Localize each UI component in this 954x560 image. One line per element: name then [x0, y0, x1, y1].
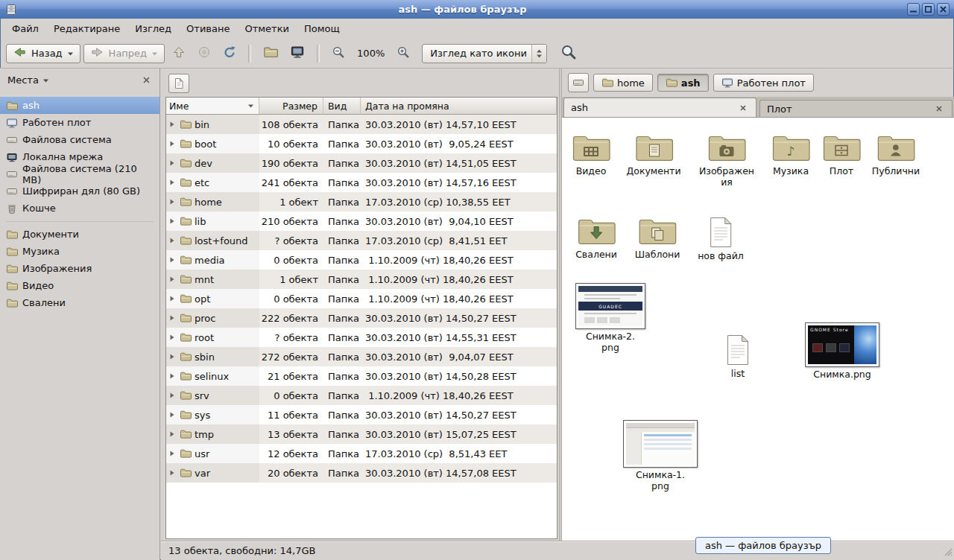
- expander-icon[interactable]: [169, 469, 177, 477]
- icon-item[interactable]: Шаблони: [635, 216, 680, 261]
- table-row[interactable]: boot10 обектаПапка30.03.2010 (вт) 9,05,2…: [166, 134, 557, 153]
- back-button[interactable]: Назад: [6, 44, 80, 63]
- table-row[interactable]: srv0 обектаПапка 1.10.2009 (чт) 18,40,26…: [166, 386, 557, 405]
- sidebar-item[interactable]: Шифриран дял (80 GB): [0, 182, 159, 200]
- table-row[interactable]: opt0 обектаПапка 1.10.2009 (чт) 18,40,26…: [166, 289, 557, 308]
- expander-icon[interactable]: [169, 198, 177, 206]
- expander-icon[interactable]: [169, 372, 177, 380]
- sidebar-item[interactable]: Видео: [0, 277, 159, 294]
- expander-icon[interactable]: [169, 314, 177, 322]
- icon-item[interactable]: нов файл: [698, 216, 744, 262]
- table-row[interactable]: usr12 обектаПапка17.03.2010 (ср) 8,51,43…: [166, 444, 557, 463]
- sidebar-item[interactable]: Документи: [0, 226, 159, 243]
- menu-item-3[interactable]: Отиване: [179, 20, 237, 37]
- icon-item[interactable]: Свалени: [575, 216, 617, 261]
- home-button[interactable]: [259, 44, 282, 63]
- tab-close-button[interactable]: [933, 103, 945, 115]
- path-button[interactable]: home: [593, 74, 653, 92]
- table-row[interactable]: lost+found? обектаПапка17.03.2010 (ср) 8…: [166, 231, 557, 250]
- sidebar-item[interactable]: Изображения: [0, 260, 159, 277]
- column-header[interactable]: Вид: [323, 98, 361, 115]
- tab[interactable]: ash: [563, 98, 756, 117]
- tab-close-button[interactable]: [737, 102, 749, 114]
- forward-button[interactable]: Напред: [83, 44, 165, 63]
- zoom-in-button[interactable]: [392, 44, 414, 63]
- table-row[interactable]: proc222 обектаПапка30.03.2010 (вт) 14,50…: [166, 308, 557, 328]
- tab[interactable]: Плот: [759, 100, 953, 117]
- reload-button[interactable]: [218, 44, 241, 63]
- table-row[interactable]: selinux21 обектаПапка30.03.2010 (вт) 14,…: [166, 366, 557, 386]
- spinner-arrows-icon[interactable]: [531, 45, 546, 63]
- computer-button[interactable]: [285, 44, 309, 63]
- icon-item[interactable]: Видео: [571, 133, 611, 177]
- zoom-out-button[interactable]: [327, 44, 350, 63]
- expander-icon[interactable]: [169, 334, 177, 341]
- icon-item[interactable]: Документи: [626, 133, 680, 177]
- table-row[interactable]: dev190 обектаПапка30.03.2010 (вт) 14,51,…: [166, 153, 557, 173]
- expander-icon[interactable]: [169, 276, 177, 283]
- expander-icon[interactable]: [169, 121, 177, 128]
- expander-icon[interactable]: [169, 217, 177, 225]
- sidebar-item[interactable]: Работен плот: [0, 114, 159, 131]
- sidebar-item[interactable]: Кошче: [0, 200, 159, 217]
- menu-item-4[interactable]: Отметки: [237, 20, 296, 37]
- icon-item[interactable]: Снимка-1. png: [623, 420, 698, 492]
- back-history-chevron-icon[interactable]: [67, 48, 74, 59]
- expander-icon[interactable]: [169, 140, 177, 147]
- minimize-button[interactable]: [907, 3, 920, 16]
- icon-item[interactable]: GUADECСнимка-2. png: [575, 283, 645, 354]
- sidebar-item[interactable]: ash: [0, 97, 159, 114]
- table-row[interactable]: media0 обектаПапка 1.10.2009 (чт) 18,40,…: [166, 250, 557, 270]
- menu-item-5[interactable]: Помощ: [297, 20, 347, 37]
- stop-button[interactable]: [193, 44, 215, 63]
- menu-item-1[interactable]: Редактиране: [46, 20, 127, 37]
- table-row[interactable]: etc241 обектаПапка30.03.2010 (вт) 14,57,…: [166, 173, 557, 192]
- view-mode-select[interactable]: Изглед като икони: [422, 44, 547, 63]
- table-row[interactable]: var20 обектаПапка30.03.2010 (вт) 14,57,0…: [166, 463, 557, 483]
- expander-icon[interactable]: [169, 179, 177, 186]
- up-button[interactable]: [168, 44, 190, 63]
- sidebar-close-button[interactable]: [140, 74, 152, 86]
- maximize-button[interactable]: [922, 3, 935, 16]
- sidebar-item[interactable]: Файлова система: [0, 131, 159, 148]
- sidebar-item[interactable]: Свалени: [0, 294, 159, 311]
- pane-location-button[interactable]: [168, 74, 189, 93]
- chevron-down-icon[interactable]: [42, 74, 49, 86]
- expander-icon[interactable]: [169, 159, 177, 167]
- titlebar[interactable]: ash — файлов браузър: [0, 0, 954, 19]
- column-header[interactable]: Размер: [259, 98, 323, 115]
- menu-item-0[interactable]: Файл: [4, 20, 46, 37]
- path-button[interactable]: ash: [657, 74, 709, 92]
- icon-item[interactable]: GNOME StoreСнимка.png: [805, 322, 879, 381]
- expander-icon[interactable]: [169, 256, 177, 264]
- expander-icon[interactable]: [169, 237, 177, 244]
- expander-icon[interactable]: [169, 295, 177, 302]
- table-row[interactable]: sbin272 обектаПапка30.03.2010 (вт) 9,04,…: [166, 347, 557, 366]
- icon-item[interactable]: ♪Музика: [771, 133, 811, 177]
- table-row[interactable]: mnt1 обектПапка 1.10.2009 (чт) 18,40,26 …: [166, 270, 557, 289]
- table-row[interactable]: bin108 обектаПапка30.03.2010 (вт) 14,57,…: [166, 115, 557, 134]
- table-row[interactable]: root? обектаПапка30.03.2010 (вт) 14,55,3…: [166, 328, 557, 347]
- sidebar-item[interactable]: Файлова система (210 MB): [0, 165, 159, 182]
- path-root-button[interactable]: [568, 73, 589, 92]
- table-row[interactable]: tmp13 обектаПапка30.03.2010 (вт) 15,07,2…: [166, 424, 557, 444]
- table-row[interactable]: sys11 обектаПапка30.03.2010 (вт) 14,50,2…: [166, 405, 557, 424]
- icon-item[interactable]: Изображен ия: [699, 133, 754, 188]
- table-row[interactable]: lib210 обектаПапка30.03.2010 (вт) 9,04,1…: [166, 211, 557, 231]
- menu-item-2[interactable]: Изглед: [127, 20, 179, 37]
- expander-icon[interactable]: [169, 392, 177, 399]
- expander-icon[interactable]: [169, 430, 177, 438]
- expander-icon[interactable]: [169, 353, 177, 360]
- sidebar-title[interactable]: Места: [7, 74, 39, 86]
- close-button[interactable]: [937, 3, 950, 16]
- table-row[interactable]: home1 обектПапка17.03.2010 (ср) 10,38,55…: [166, 192, 557, 211]
- sidebar-item[interactable]: Музика: [0, 243, 159, 260]
- icon-item[interactable]: list: [724, 334, 751, 380]
- icon-item[interactable]: Плот: [821, 133, 862, 177]
- icon-canvas[interactable]: ВидеоДокументиИзображен ия♪МузикаПлотПуб…: [562, 118, 954, 541]
- path-button[interactable]: Работен плот: [713, 74, 814, 92]
- expander-icon[interactable]: [169, 450, 177, 457]
- icon-item[interactable]: Публични: [872, 133, 920, 177]
- column-header[interactable]: Име: [166, 98, 259, 115]
- column-header[interactable]: Дата на промяна: [361, 98, 557, 115]
